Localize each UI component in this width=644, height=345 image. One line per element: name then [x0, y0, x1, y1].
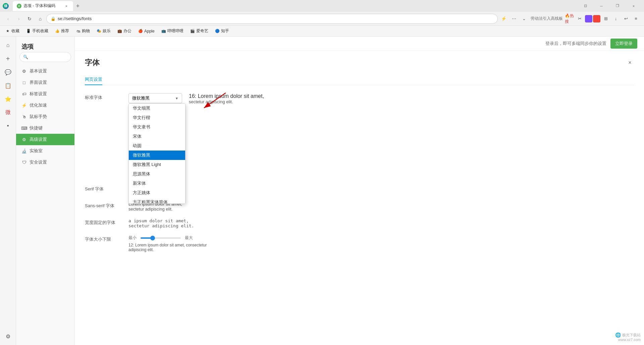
page-title: 字体: [85, 58, 100, 68]
scissors-button[interactable]: ✂: [575, 14, 584, 23]
font-option-11[interactable]: 方正粗黑宋体简体: [129, 197, 185, 204]
tool1[interactable]: [585, 15, 592, 22]
office-icon: 💼: [117, 29, 122, 34]
sans-serif-label: Sans-serif 字体: [85, 202, 118, 209]
qs-star[interactable]: ⭐: [2, 93, 14, 105]
font-option-5[interactable]: 幼圆: [129, 141, 185, 151]
shortcut-icon: ⌨: [21, 125, 27, 131]
sans-serif-line1: Lorem ipsum dolor sit amet,: [128, 202, 634, 207]
tab-close-button[interactable]: ×: [64, 3, 69, 9]
bookmark-recommend[interactable]: 👍 推荐: [53, 27, 71, 35]
minimize-button[interactable]: ─: [594, 1, 609, 11]
nav-advanced-settings[interactable]: ⚙ 高级设置: [16, 134, 74, 145]
restore-button[interactable]: ❐: [610, 1, 625, 11]
nav-shortcut-settings[interactable]: ⌨ 快捷键: [16, 122, 74, 134]
settings-search[interactable]: 🔍: [19, 52, 71, 62]
back-button[interactable]: ‹: [3, 14, 13, 23]
font-dropdown-menu[interactable]: 华文细黑 华文行楷 华文隶书 宋体 幼圆 微软雅黑 微软雅黑 Light 思源黑…: [128, 103, 185, 204]
expand-button[interactable]: ⌄: [519, 14, 529, 23]
slider-track[interactable]: [141, 237, 181, 239]
sub-nav-webpage[interactable]: 网页设置: [85, 74, 102, 85]
login-button[interactable]: 立即登录: [610, 39, 637, 49]
qs-home[interactable]: ⌂: [2, 39, 14, 51]
window-controls: ⊡ ─ ❐ ×: [578, 1, 641, 11]
recommend-label: 推荐: [61, 28, 69, 34]
nav-bar: ‹ › ↻ ⌂ 🔒 se://settings/fonts ⚡ ⋯ ⌄ 劳动法引…: [0, 12, 644, 26]
close-button[interactable]: ×: [626, 1, 641, 11]
fixed-line2: sectetur adipiscing elit.: [128, 223, 634, 228]
qs-tool[interactable]: ▪: [2, 120, 14, 132]
new-tab-button[interactable]: +: [73, 2, 83, 11]
hot-label[interactable]: 🔥热搜: [565, 14, 574, 23]
bookmark-apple[interactable]: 🍎 Apple: [136, 28, 157, 34]
favorites-label: 收藏: [11, 28, 19, 34]
font-option-9[interactable]: 新宋体: [129, 179, 185, 188]
undo-button[interactable]: ↩: [621, 14, 631, 23]
active-tab[interactable]: ⚙ 选项 - 字体和编码 ×: [13, 1, 73, 11]
nav-ui-settings[interactable]: □ 界面设置: [16, 77, 74, 88]
fixed-line1: a ipsum dolor sit amet,: [128, 218, 634, 223]
sans-serif-line2: sectetur adipiscing elit.: [128, 207, 634, 212]
address-bar[interactable]: 🔒 se://settings/fonts: [46, 14, 498, 24]
refresh-button[interactable]: ↻: [25, 14, 34, 23]
qs-weibo[interactable]: 微: [2, 106, 14, 118]
advanced-label: 高级设置: [30, 136, 47, 142]
nav-security-settings[interactable]: 🛡 安全设置: [16, 157, 74, 168]
mobile-label: 手机收藏: [32, 28, 48, 34]
nav-tab-settings[interactable]: 🏷 标签设置: [16, 88, 74, 100]
network-button[interactable]: ⊡: [578, 1, 593, 11]
extensions-button[interactable]: ⋯: [509, 14, 519, 23]
qs-list[interactable]: 📋: [2, 79, 14, 92]
font-dropdown-wrapper: 微软雅黑 ▼ 华文细黑 华文行楷 华文隶书 宋体: [128, 93, 182, 103]
search-icon: 🔍: [23, 55, 28, 59]
page-header: 字体 ×: [85, 58, 634, 68]
qs-chat[interactable]: 💬: [2, 66, 14, 78]
tool2[interactable]: [593, 15, 600, 22]
nav-basic-settings[interactable]: ⚙ 基本设置: [16, 65, 74, 77]
font-option-3[interactable]: 华文隶书: [129, 122, 185, 132]
shortcut-label: 快捷键: [30, 125, 43, 131]
secure-icon: 🔒: [51, 16, 56, 21]
font-option-2[interactable]: 华文行楷: [129, 113, 185, 122]
lightning-button[interactable]: ⚡: [499, 14, 508, 23]
download-button[interactable]: ↓: [611, 14, 621, 23]
zhihu-icon: 🔵: [215, 29, 220, 34]
forward-button[interactable]: ›: [14, 14, 23, 23]
bookmark-shopping[interactable]: 🛍 购物: [74, 27, 92, 35]
ui-settings-label: 界面设置: [30, 79, 47, 85]
bookmark-mobile[interactable]: 📱 手机收藏: [24, 27, 50, 35]
font-option-1[interactable]: 华文细黑: [129, 104, 185, 113]
watermark: 🌐 极光下载站 www.xz7.com: [615, 332, 641, 342]
qs-add[interactable]: +: [2, 53, 14, 65]
quick-sidebar: ⌂ + 💬 📋 ⭐ 微 ▪ ⚙: [0, 37, 16, 345]
font-option-6[interactable]: 微软雅黑: [129, 151, 185, 160]
font-option-4[interactable]: 宋体: [129, 132, 185, 141]
nav-mouse-settings[interactable]: 🖱 鼠标手势: [16, 111, 74, 122]
font-option-10[interactable]: 方正姚体: [129, 188, 185, 197]
content-wrapper: 登录后，即可多端同步你的设置 立即登录 字体 × 网页设置: [75, 37, 644, 345]
font-option-8[interactable]: 思源黑体: [129, 169, 185, 179]
font-dropdown[interactable]: 微软雅黑 ▼: [128, 93, 182, 103]
settings-container: 选项 🔍 ⚙ 基本设置 □ 界面设置 🏷 标签设置: [16, 37, 644, 345]
apple-icon: 🍎: [138, 29, 143, 34]
bookmark-bilibili[interactable]: 📺 哔哩哔哩: [159, 27, 185, 35]
mouse-label: 鼠标手势: [30, 114, 47, 120]
nav-lab-settings[interactable]: 🔬 实验室: [16, 145, 74, 157]
standard-font-content: 微软雅黑 ▼ 华文细黑 华文行楷 华文隶书 宋体: [128, 93, 634, 104]
qs-settings[interactable]: ⚙: [2, 330, 14, 342]
bookmark-entertainment[interactable]: 🎭 娱乐: [95, 27, 113, 35]
home-button[interactable]: ⌂: [36, 14, 45, 23]
slider-thumb[interactable]: [150, 236, 155, 240]
bookmark-iqiyi[interactable]: 🎬 爱奇艺: [188, 27, 210, 35]
bookmark-zhihu[interactable]: 🔵 知乎: [213, 27, 231, 35]
max-label: 最大: [185, 235, 193, 241]
menu-button[interactable]: ≡: [631, 14, 641, 23]
tool3[interactable]: ⊞: [601, 14, 610, 23]
bookmark-favorites[interactable]: ★ 收藏: [3, 27, 21, 35]
font-option-7[interactable]: 微软雅黑 Light: [129, 160, 185, 169]
nav-speed-settings[interactable]: ⚡ 优化加速: [16, 100, 74, 111]
address-text: se://settings/fonts: [58, 16, 493, 21]
close-page-button[interactable]: ×: [626, 59, 634, 67]
bookmark-office[interactable]: 💼 办公: [115, 27, 133, 35]
serif-font-content: Lorem ipsum dolor sit amet, sectetur adi…: [128, 185, 634, 195]
